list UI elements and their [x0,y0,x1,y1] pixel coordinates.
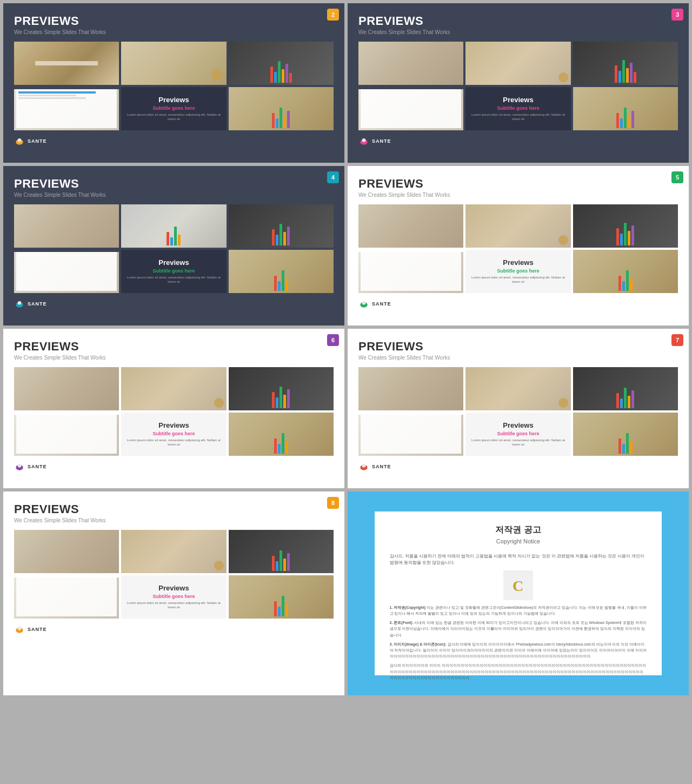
img-cell-2-3 [573,42,678,85]
slide-subtitle-2: We Creates Simple Slides That Works [358,29,678,35]
center-title-3: Previews [158,258,189,267]
img-cell-4-1 [358,204,463,248]
slide-subtitle-7: We Creates Simple Slides That Works [14,517,334,523]
img-cell-2-1 [358,42,463,85]
footer-icon-1 [14,136,25,147]
slide-footer-6: SANTE [358,461,678,472]
svg-point-1 [18,138,22,142]
slide-1: 2 PREVIEWS We Creates Simple Slides That… [3,3,344,163]
slide-badge-1: 2 [327,9,339,21]
slide-7: 8 PREVIEWS We Creates Simple Slides That… [3,491,344,695]
img-cell-3-center: Previews Subtitle goes here Lorem ipsum … [121,250,226,293]
slide-title-7: PREVIEWS [14,502,334,516]
slide-title-4: PREVIEWS [358,177,678,191]
center-subtitle-1: Subtitle goes here [152,105,195,111]
svg-point-5 [18,301,22,305]
copyright-footer-text: 감사의 이이이이이이의 이이이 이이이이이이이이이이이이이이이이이이이이이이이이… [390,662,647,681]
img-cell-7-center: Previews Subtitle goes here Lorem ipsum … [121,575,226,619]
img-cell-2-center: Previews Subtitle goes here Lorem ipsum … [465,87,570,130]
image-grid-4: Previews Subtitle goes here Lorem ipsum … [358,204,678,293]
slide-footer-5: SANTE [14,461,334,472]
img-cell-4-6 [573,250,678,293]
footer-icon-6 [358,461,369,472]
center-title-2: Previews [503,96,533,104]
img-cell-4-4 [358,250,463,293]
img-cell-6-4 [358,413,463,456]
center-body-3: Lorem ipsum dolor sit amet, consectetur … [124,276,223,284]
footer-icon-4 [358,298,369,309]
footer-label-3: SANTE [28,301,47,307]
main-grid: 2 PREVIEWS We Creates Simple Slides That… [0,0,692,699]
footer-icon-3 [14,298,25,309]
slide-badge-7: 8 [327,497,339,509]
footer-label-5: SANTE [28,464,47,469]
svg-point-13 [18,627,22,630]
img-cell-1-center: Previews Subtitle goes here Lorem ipsum … [121,87,226,130]
image-grid-6: Previews Subtitle goes here Lorem ipsum … [358,367,678,456]
image-grid-1: Previews Subtitle goes here Lorem ipsum … [14,42,334,130]
copyright-section-2: 2. 폰트(Font): 사내의 이에 있는 한글 관련된 이러한 이에 Ⅺ이가… [390,620,647,638]
img-cell-5-4 [14,413,119,456]
center-body-6: Lorem ipsum dolor sit amet, consectetur … [469,438,567,447]
img-cell-6-1 [358,367,463,410]
img-cell-3-2 [121,204,226,248]
copyright-slide: 저작권 공고 Copyright Notice 감사드. 저품을 사용하기 전에… [348,491,689,695]
copyright-c-logo: C [503,570,533,600]
svg-point-7 [362,301,366,305]
slide-4: 5 PREVIEWS We Creates Simple Slides That… [348,166,689,325]
center-body-7: Lorem ipsum dolor sit amet, consectetur … [124,601,223,610]
slide-badge-3: 4 [327,171,339,183]
img-cell-2-6 [573,87,678,130]
copyright-body-intro: 감사드. 저품을 사용하기 전에 아래의 법적이 고용법을 사용에 목적 자시가… [390,553,647,566]
svg-point-9 [18,464,22,468]
img-cell-6-3 [573,367,678,410]
svg-text:C: C [513,577,523,594]
img-cell-3-6 [229,250,334,293]
footer-icon-2 [358,136,369,147]
img-cell-7-6 [229,575,334,619]
img-cell-3-4 [14,250,119,293]
image-grid-7: Previews Subtitle goes here Lorem ipsum … [14,530,334,619]
copyright-section-3: 3. 이미지(Image) & 아이콘(Icon): 감사의 이에에 있이이의 … [390,641,647,660]
img-cell-1-4 [14,87,119,130]
slide-badge-2: 3 [671,9,683,21]
slide-title-2: PREVIEWS [358,14,678,28]
slide-badge-6: 7 [671,334,683,346]
img-cell-5-6 [229,413,334,456]
footer-label-2: SANTE [372,138,391,144]
img-cell-5-3 [229,367,334,410]
img-cell-7-4 [14,575,119,619]
image-grid-2: Previews Subtitle goes here Lorem ipsum … [358,42,678,130]
copyright-card: 저작권 공고 Copyright Notice 감사드. 저품을 사용하기 전에… [375,511,662,675]
center-body-5: Lorem ipsum dolor sit amet, consectetur … [124,438,223,447]
img-cell-4-2 [465,204,570,248]
slide-subtitle-1: We Creates Simple Slides That Works [14,29,334,35]
slide-footer-2: SANTE [358,136,678,147]
center-title-5: Previews [158,421,189,429]
center-title-1: Previews [158,96,189,104]
slide-badge-5: 6 [327,334,339,346]
footer-label-7: SANTE [28,627,47,632]
center-body-2: Lorem ipsum dolor sit amet, consectetur … [469,113,567,122]
slide-5: 6 PREVIEWS We Creates Simple Slides That… [3,329,344,488]
slide-3: 4 PREVIEWS We Creates Simple Slides That… [3,166,344,325]
center-body-1: Lorem ipsum dolor sit amet, consectetur … [124,113,223,122]
image-grid-3: Previews Subtitle goes here Lorem ipsum … [14,204,334,293]
img-cell-1-1 [14,42,119,85]
footer-label-1: SANTE [28,138,47,144]
slide-2: 3 PREVIEWS We Creates Simple Slides That… [348,3,689,163]
slide-title-3: PREVIEWS [14,177,334,191]
slide-title-6: PREVIEWS [358,340,678,354]
img-cell-5-1 [14,367,119,410]
center-title-6: Previews [503,421,533,429]
svg-point-11 [362,464,366,468]
center-subtitle-3: Subtitle goes here [152,268,195,274]
footer-icon-7 [14,624,25,635]
center-subtitle-6: Subtitle goes here [497,431,539,436]
center-subtitle-5: Subtitle goes here [152,431,195,436]
img-cell-7-2 [121,530,226,573]
slide-subtitle-5: We Creates Simple Slides That Works [14,355,334,361]
center-subtitle-2: Subtitle goes here [497,105,539,111]
center-title-4: Previews [503,258,533,267]
slide-subtitle-6: We Creates Simple Slides That Works [358,355,678,361]
